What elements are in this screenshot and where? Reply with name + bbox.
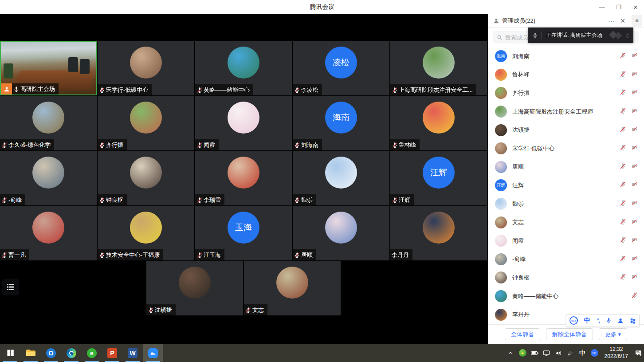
member-mic-button[interactable]	[620, 71, 626, 79]
member-mic-button[interactable]	[620, 273, 626, 282]
iflytek-tray-icon[interactable]: iFLY	[589, 344, 601, 362]
edge-browser-button[interactable]	[61, 344, 82, 362]
member-row[interactable]: -俞峰	[495, 250, 638, 269]
member-row[interactable]: 魏崇	[495, 195, 638, 213]
panel-more-button[interactable]: ···	[605, 15, 617, 27]
member-camera-button[interactable]	[631, 236, 638, 245]
member-mic-button[interactable]	[620, 126, 626, 134]
file-explorer-button[interactable]	[20, 344, 41, 362]
outlook-button[interactable]: O	[41, 344, 61, 362]
member-camera-button[interactable]	[631, 255, 638, 264]
member-mic-button[interactable]	[620, 144, 626, 153]
layout-toggle-button[interactable]	[2, 279, 19, 295]
member-camera-button[interactable]	[631, 89, 638, 97]
ime-user-button[interactable]	[617, 318, 624, 324]
member-mic-button[interactable]	[631, 292, 638, 300]
participant-tile[interactable]: 上海高研院殷杰注册安全工...	[390, 41, 487, 95]
member-row[interactable]: 黄略——储能中心	[495, 287, 638, 306]
participant-tile[interactable]: 汪辉 汪辉	[390, 151, 487, 205]
participant-tile[interactable]: 唐顺	[293, 206, 389, 260]
more-button[interactable]: 更多 ▾	[599, 328, 627, 340]
member-camera-button[interactable]	[631, 144, 638, 153]
clock[interactable]: 12:32 2022/6/17	[601, 346, 632, 360]
member-row[interactable]: 宋学行-低碳中心	[495, 139, 638, 158]
member-mic-button[interactable]	[620, 218, 626, 227]
ime-grid-button[interactable]	[630, 318, 636, 324]
participant-tile[interactable]: 魏崇	[293, 151, 389, 205]
member-camera-button[interactable]	[631, 218, 638, 227]
member-row[interactable]: 海南刘海南	[495, 47, 638, 66]
tencent-meeting-button[interactable]	[143, 344, 163, 362]
participant-tile[interactable]: 黄略——储能中心	[195, 41, 292, 95]
maximize-button[interactable]: ❐	[610, 0, 627, 14]
iflytek-logo-icon[interactable]: iFLY	[569, 316, 578, 325]
start-button[interactable]	[0, 344, 20, 362]
participant-tile[interactable]: 海南 刘海南	[293, 96, 389, 150]
participant-tile[interactable]: 李瑞雪	[195, 151, 292, 205]
mute-all-button[interactable]: 全体静音	[505, 328, 540, 340]
action-center-icon[interactable]	[632, 344, 644, 362]
participant-tile[interactable]: 凌松 李凌松	[293, 41, 389, 95]
member-camera-button[interactable]	[631, 71, 638, 79]
member-list[interactable]: 海南刘海南 鲁林峰 齐行振 上海高研院殷杰注册安全工程师 沈镇捷 宋学行-低碳中…	[488, 46, 644, 324]
muted-mic-icon	[620, 236, 626, 243]
panel-menu-button[interactable]: ≡	[632, 15, 642, 27]
participant-tile[interactable]: 高研院主会场	[0, 41, 97, 95]
participant-tile[interactable]: 技术安全中心-王福康	[98, 206, 194, 260]
member-row[interactable]: 齐行振	[495, 84, 638, 102]
member-row[interactable]: 汪辉汪辉	[495, 176, 638, 195]
participant-tile[interactable]: 齐行振	[98, 96, 194, 150]
unmute-all-button[interactable]: 解除全体静音	[546, 328, 593, 340]
member-camera-button[interactable]	[631, 163, 638, 171]
member-camera-button[interactable]	[631, 107, 638, 116]
pen-icon[interactable]	[565, 344, 577, 362]
battery-icon[interactable]	[529, 344, 541, 362]
tray-expand-chevron[interactable]	[505, 344, 517, 362]
member-camera-button[interactable]	[631, 126, 638, 134]
member-row[interactable]: 鲁林峰	[495, 66, 638, 84]
word-button[interactable]: W	[122, 344, 143, 362]
member-mic-button[interactable]	[620, 181, 626, 189]
participant-tile[interactable]: 李久盛-绿色化学	[0, 96, 97, 150]
member-mic-button[interactable]	[620, 255, 626, 264]
display-icon[interactable]	[541, 344, 553, 362]
member-camera-button[interactable]	[631, 52, 638, 60]
member-row[interactable]: 沈镇捷	[495, 121, 638, 139]
volume-icon[interactable]	[553, 344, 565, 362]
member-mic-button[interactable]	[620, 236, 626, 245]
member-row[interactable]: 钟良枢	[495, 268, 638, 287]
panel-close-button[interactable]: ✕	[617, 15, 628, 27]
member-row[interactable]: 文志	[495, 213, 638, 232]
participant-tile[interactable]: 玉海 江玉海	[195, 206, 292, 260]
participant-tile[interactable]: 宋学行-低碳中心	[98, 41, 194, 95]
ime-punctuation-button[interactable]: °,	[597, 317, 600, 324]
browser-360-button[interactable]: e	[82, 344, 102, 362]
participant-tile[interactable]: 李丹丹	[390, 206, 487, 260]
member-mic-button[interactable]	[620, 89, 626, 97]
participant-tile[interactable]: 钟良枢	[98, 151, 194, 205]
member-camera-button[interactable]	[631, 200, 638, 208]
participant-tile[interactable]: 鲁林峰	[390, 96, 487, 150]
member-camera-button[interactable]	[631, 181, 638, 189]
ime-language-button[interactable]: 中	[584, 316, 591, 325]
close-button[interactable]: ✕	[627, 0, 644, 14]
participant-tile[interactable]: -俞峰	[0, 151, 97, 205]
member-mic-button[interactable]	[620, 200, 626, 208]
member-camera-button[interactable]	[631, 273, 638, 282]
member-mic-button[interactable]	[620, 52, 626, 60]
ime-voice-button[interactable]	[606, 317, 612, 324]
antivirus-360-icon[interactable]: +	[517, 344, 529, 362]
avatar	[423, 47, 455, 79]
member-mic-button[interactable]	[620, 163, 626, 171]
member-row[interactable]: 上海高研院殷杰注册安全工程师	[495, 102, 638, 121]
minimize-button[interactable]: —	[593, 0, 610, 14]
member-row[interactable]: 闻霞	[495, 232, 638, 250]
member-mic-button[interactable]	[620, 107, 626, 116]
participant-tile[interactable]: 闻霞	[195, 96, 292, 150]
participant-tile[interactable]: 曹一凡	[0, 206, 97, 260]
participant-tile[interactable]: 沈镇捷	[146, 261, 243, 315]
powerpoint-button[interactable]: P	[102, 344, 122, 362]
ime-language-indicator[interactable]: 中	[577, 344, 589, 362]
member-row[interactable]: 唐顺	[495, 158, 638, 177]
participant-tile[interactable]: 文志	[244, 261, 341, 315]
